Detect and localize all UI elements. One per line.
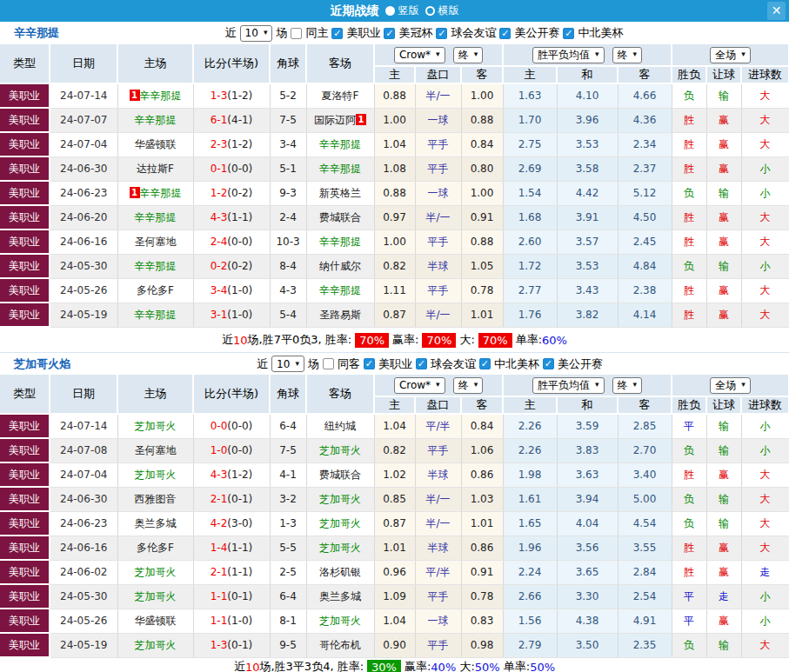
section-summary: 近10场,胜7平0负3, 胜率:70%赢率:70%大:70%单率:60% — [0, 328, 789, 352]
europe-home-odds-cell: 1.70 — [503, 108, 557, 132]
goals-result-cell: 大 — [741, 132, 789, 156]
europe-time-select[interactable]: 终▾ — [612, 47, 643, 63]
odds-type-select[interactable]: 胜平负均值▾ — [532, 47, 605, 63]
bookmaker-select[interactable]: Crow*▾ — [394, 377, 445, 394]
checkbox-checked[interactable]: ✓ — [384, 28, 395, 39]
asian-home-odds-cell: 1.04 — [374, 609, 415, 633]
goals-result-cell: 大 — [741, 108, 789, 132]
checkbox-checked[interactable]: ✓ — [331, 28, 343, 39]
checkbox-checked[interactable]: ✓ — [416, 358, 427, 369]
summary-text: 赢率: — [405, 659, 431, 672]
sub-column-header: 客 — [461, 66, 503, 83]
away-team-cell: 芝加哥火 — [306, 511, 374, 536]
checkbox-checked[interactable]: ✓ — [364, 358, 375, 369]
away-team-cell: 圣路易斯 — [306, 303, 374, 327]
layout-radio-vertical[interactable]: 竖版 — [385, 3, 419, 18]
league-filter-label: 美职业 — [378, 356, 413, 372]
asian-time-select[interactable]: 终▾ — [453, 377, 484, 394]
asian-away-odds-cell: 1.03 — [461, 487, 503, 511]
away-team-cell: 哥伦布机 — [306, 633, 374, 657]
goals-result-cell: 小 — [741, 609, 789, 633]
asian-home-odds-cell: 0.88 — [374, 181, 415, 205]
select-value: 胜平负均值 — [538, 48, 590, 63]
select-value: 10 — [245, 27, 258, 39]
dropdown-header-cell: Crow*▾终▾ — [374, 375, 503, 396]
goals-result-cell: 小 — [741, 181, 789, 205]
match-row: 美职业24-07-141辛辛那提1-3(1-2)5-2夏洛特F0.88半/一1.… — [0, 83, 789, 108]
handicap-result-cell: 赢 — [706, 156, 741, 181]
handicap-result-cell: 输 — [706, 181, 741, 205]
home-team-cell: 辛辛那提 — [117, 254, 193, 278]
home-team-name: 芝加哥火 — [135, 590, 177, 602]
score-cell: 1-4(1-1) — [193, 536, 270, 560]
europe-home-odds-cell: 1.63 — [503, 83, 557, 108]
europe-draw-odds-cell: 3.63 — [557, 462, 618, 487]
close-icon[interactable]: ✕ — [767, 2, 786, 20]
result-cell: 负 — [672, 83, 706, 108]
away-team-name: 芝加哥火 — [319, 517, 361, 529]
scope-select[interactable]: 全场▾ — [710, 47, 751, 63]
bookmaker-select[interactable]: Crow*▾ — [394, 47, 445, 63]
score-cell: 4-2(3-0) — [193, 511, 270, 536]
away-team-name: 芝加哥火 — [319, 444, 361, 456]
asian-home-odds-cell: 1.00 — [374, 230, 415, 254]
summary-rate-value: 60% — [542, 334, 567, 347]
europe-time-select[interactable]: 终▾ — [612, 377, 643, 394]
column-header: 客场 — [306, 375, 374, 414]
scope-select[interactable]: 全场▾ — [710, 377, 751, 394]
asian-handicap-line-cell: 半球 — [415, 462, 461, 487]
home-team-name: 辛辛那提 — [140, 90, 182, 102]
result-cell: 胜 — [672, 205, 706, 230]
europe-draw-odds-cell: 3.50 — [557, 633, 618, 657]
chevron-down-icon: ▾ — [474, 380, 478, 389]
checkbox-checked[interactable]: ✓ — [543, 358, 554, 369]
handicap-result-cell: 赢 — [706, 108, 741, 132]
match-count-select[interactable]: 10▾ — [240, 25, 273, 42]
odds-type-select[interactable]: 胜平负均值▾ — [532, 377, 605, 394]
checkbox-checked[interactable]: ✓ — [479, 358, 491, 369]
europe-draw-odds-cell: 3.59 — [557, 414, 618, 438]
europe-home-odds-cell: 2.66 — [503, 584, 557, 609]
radio-selected-icon — [385, 6, 395, 16]
layout-radio-horizontal[interactable]: 横版 — [425, 3, 459, 18]
asian-time-select[interactable]: 终▾ — [453, 47, 484, 63]
sub-column-header: 盘口 — [415, 66, 461, 83]
corners-cell: 8-4 — [270, 254, 306, 278]
checkbox-unchecked[interactable] — [323, 358, 334, 369]
asian-home-odds-cell: 0.85 — [374, 487, 415, 511]
column-header: 主场 — [117, 375, 193, 414]
europe-away-odds-cell: 2.70 — [618, 438, 672, 462]
checkbox-checked[interactable]: ✓ — [563, 28, 574, 39]
home-team-name: 辛辛那提 — [135, 260, 177, 272]
team-section: 芝加哥火焰近10▾场同客✓美职业✓球会友谊✓中北美杯✓美公开赛类型日期主场比分(… — [0, 352, 789, 672]
europe-draw-odds-cell: 3.91 — [557, 205, 618, 230]
europe-draw-odds-cell: 3.94 — [557, 487, 618, 511]
section-filter-row: 辛辛那提近10▾场同主✓美职业✓美冠杯✓球会友谊✓美公开赛✓中北美杯 — [0, 22, 789, 44]
checkbox-checked[interactable]: ✓ — [436, 28, 447, 39]
column-header: 主场 — [117, 44, 193, 83]
league-cell: 美职业 — [0, 108, 50, 132]
select-value: 10 — [277, 358, 290, 370]
home-team-cell: 圣何塞地 — [117, 230, 193, 254]
near-label: 近 — [224, 25, 237, 41]
asian-away-odds-cell: 0.80 — [461, 156, 503, 181]
asian-away-odds-cell: 0.91 — [461, 205, 503, 230]
away-team-name: 辛辛那提 — [319, 163, 361, 175]
asian-away-odds-cell: 1.01 — [461, 303, 503, 327]
checkbox-unchecked[interactable] — [291, 28, 302, 39]
asian-handicap-line-cell: 平/半 — [415, 414, 461, 438]
checkbox-checked[interactable]: ✓ — [499, 28, 511, 39]
europe-home-odds-cell: 2.60 — [503, 230, 557, 254]
handicap-result-cell: 输 — [706, 83, 741, 108]
league-cell: 美职业 — [0, 462, 50, 487]
chevron-down-icon: ▾ — [633, 50, 638, 58]
radio-vertical-label: 竖版 — [398, 3, 419, 18]
halftime-score: (1-1) — [227, 542, 252, 554]
sub-column-header: 客 — [618, 66, 672, 83]
league-cell: 美职业 — [0, 633, 50, 657]
league-cell: 美职业 — [0, 560, 50, 584]
match-count-select[interactable]: 10▾ — [271, 356, 304, 372]
league-cell: 美职业 — [0, 303, 50, 327]
date-cell: 24-05-26 — [50, 278, 117, 303]
corners-cell: 7-5 — [270, 438, 306, 462]
